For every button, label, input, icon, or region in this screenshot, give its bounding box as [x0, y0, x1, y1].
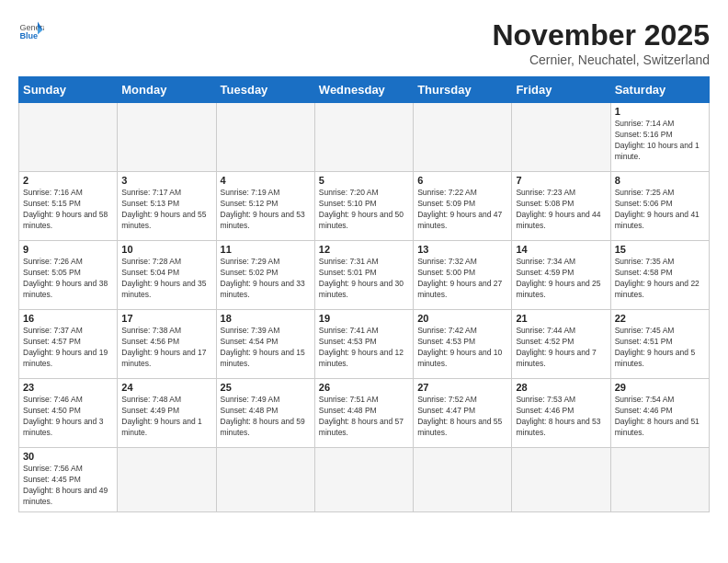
calendar-cell: 5Sunrise: 7:20 AM Sunset: 5:10 PM Daylig… — [314, 172, 413, 241]
calendar-cell: 28Sunrise: 7:53 AM Sunset: 4:46 PM Dayli… — [512, 379, 610, 448]
weekday-header-monday: Monday — [118, 77, 216, 103]
weekday-header-sunday: Sunday — [19, 77, 118, 103]
day-info: Sunrise: 7:38 AM Sunset: 4:56 PM Dayligh… — [121, 326, 211, 370]
day-number: 19 — [319, 313, 409, 324]
calendar-cell — [610, 448, 709, 512]
calendar-cell: 25Sunrise: 7:49 AM Sunset: 4:48 PM Dayli… — [216, 379, 314, 448]
day-info: Sunrise: 7:56 AM Sunset: 4:45 PM Dayligh… — [23, 464, 113, 508]
weekday-header-row: SundayMondayTuesdayWednesdayThursdayFrid… — [19, 77, 710, 103]
page-header: General Blue November 2025 Cernier, Neuc… — [18, 18, 710, 67]
calendar-cell: 6Sunrise: 7:22 AM Sunset: 5:09 PM Daylig… — [414, 172, 512, 241]
calendar-cell: 11Sunrise: 7:29 AM Sunset: 5:02 PM Dayli… — [216, 241, 314, 310]
calendar-cell: 23Sunrise: 7:46 AM Sunset: 4:50 PM Dayli… — [19, 379, 118, 448]
calendar-cell — [414, 103, 512, 172]
day-number: 5 — [319, 175, 409, 186]
day-info: Sunrise: 7:35 AM Sunset: 4:58 PM Dayligh… — [615, 257, 705, 301]
calendar-cell — [314, 103, 413, 172]
day-info: Sunrise: 7:26 AM Sunset: 5:05 PM Dayligh… — [23, 257, 113, 301]
day-info: Sunrise: 7:39 AM Sunset: 4:54 PM Dayligh… — [221, 326, 311, 370]
day-info: Sunrise: 7:41 AM Sunset: 4:53 PM Dayligh… — [319, 326, 409, 370]
day-info: Sunrise: 7:14 AM Sunset: 5:16 PM Dayligh… — [615, 119, 705, 163]
calendar-cell: 12Sunrise: 7:31 AM Sunset: 5:01 PM Dayli… — [314, 241, 413, 310]
day-info: Sunrise: 7:48 AM Sunset: 4:49 PM Dayligh… — [121, 395, 211, 439]
day-info: Sunrise: 7:29 AM Sunset: 5:02 PM Dayligh… — [221, 257, 311, 301]
calendar-cell: 19Sunrise: 7:41 AM Sunset: 4:53 PM Dayli… — [314, 310, 413, 379]
weekday-header-thursday: Thursday — [414, 77, 512, 103]
calendar-cell — [414, 448, 512, 512]
day-number: 23 — [23, 382, 113, 393]
calendar-week-row: 30Sunrise: 7:56 AM Sunset: 4:45 PM Dayli… — [19, 448, 710, 512]
day-number: 25 — [221, 382, 311, 393]
logo-icon: General Blue — [18, 18, 44, 44]
weekday-header-friday: Friday — [512, 77, 610, 103]
calendar-cell — [314, 448, 413, 512]
calendar-cell: 14Sunrise: 7:34 AM Sunset: 4:59 PM Dayli… — [512, 241, 610, 310]
svg-text:Blue: Blue — [19, 31, 38, 40]
day-number: 1 — [615, 106, 705, 117]
calendar-cell: 2Sunrise: 7:16 AM Sunset: 5:15 PM Daylig… — [19, 172, 118, 241]
day-info: Sunrise: 7:45 AM Sunset: 4:51 PM Dayligh… — [615, 326, 705, 370]
day-number: 24 — [121, 382, 211, 393]
day-number: 15 — [615, 244, 705, 255]
day-info: Sunrise: 7:16 AM Sunset: 5:15 PM Dayligh… — [23, 188, 113, 232]
day-number: 4 — [221, 175, 311, 186]
day-number: 18 — [221, 313, 311, 324]
calendar-cell: 16Sunrise: 7:37 AM Sunset: 4:57 PM Dayli… — [19, 310, 118, 379]
day-info: Sunrise: 7:51 AM Sunset: 4:48 PM Dayligh… — [319, 395, 409, 439]
calendar-cell: 21Sunrise: 7:44 AM Sunset: 4:52 PM Dayli… — [512, 310, 610, 379]
calendar-cell: 27Sunrise: 7:52 AM Sunset: 4:47 PM Dayli… — [414, 379, 512, 448]
day-info: Sunrise: 7:23 AM Sunset: 5:08 PM Dayligh… — [516, 188, 606, 232]
day-info: Sunrise: 7:17 AM Sunset: 5:13 PM Dayligh… — [121, 188, 211, 232]
title-section: November 2025 Cernier, Neuchatel, Switze… — [492, 18, 710, 67]
calendar-table: SundayMondayTuesdayWednesdayThursdayFrid… — [18, 76, 710, 512]
day-info: Sunrise: 7:42 AM Sunset: 4:53 PM Dayligh… — [417, 326, 507, 370]
day-number: 2 — [23, 175, 113, 186]
day-number: 7 — [516, 175, 606, 186]
day-info: Sunrise: 7:28 AM Sunset: 5:04 PM Dayligh… — [121, 257, 211, 301]
calendar-cell: 24Sunrise: 7:48 AM Sunset: 4:49 PM Dayli… — [118, 379, 216, 448]
weekday-header-tuesday: Tuesday — [216, 77, 314, 103]
weekday-header-saturday: Saturday — [610, 77, 709, 103]
day-number: 22 — [615, 313, 705, 324]
weekday-header-wednesday: Wednesday — [314, 77, 413, 103]
calendar-cell: 9Sunrise: 7:26 AM Sunset: 5:05 PM Daylig… — [19, 241, 118, 310]
day-number: 17 — [121, 313, 211, 324]
day-number: 29 — [615, 382, 705, 393]
day-info: Sunrise: 7:46 AM Sunset: 4:50 PM Dayligh… — [23, 395, 113, 439]
calendar-cell — [216, 448, 314, 512]
day-number: 21 — [516, 313, 606, 324]
calendar-cell: 13Sunrise: 7:32 AM Sunset: 5:00 PM Dayli… — [414, 241, 512, 310]
calendar-cell: 8Sunrise: 7:25 AM Sunset: 5:06 PM Daylig… — [610, 172, 709, 241]
day-number: 16 — [23, 313, 113, 324]
calendar-cell — [118, 103, 216, 172]
day-number: 11 — [221, 244, 311, 255]
calendar-cell — [512, 103, 610, 172]
calendar-cell: 26Sunrise: 7:51 AM Sunset: 4:48 PM Dayli… — [314, 379, 413, 448]
day-info: Sunrise: 7:54 AM Sunset: 4:46 PM Dayligh… — [615, 395, 705, 439]
day-info: Sunrise: 7:20 AM Sunset: 5:10 PM Dayligh… — [319, 188, 409, 232]
day-info: Sunrise: 7:25 AM Sunset: 5:06 PM Dayligh… — [615, 188, 705, 232]
calendar-cell: 20Sunrise: 7:42 AM Sunset: 4:53 PM Dayli… — [414, 310, 512, 379]
day-info: Sunrise: 7:44 AM Sunset: 4:52 PM Dayligh… — [516, 326, 606, 370]
day-number: 6 — [417, 175, 507, 186]
calendar-cell: 22Sunrise: 7:45 AM Sunset: 4:51 PM Dayli… — [610, 310, 709, 379]
calendar-cell — [19, 103, 118, 172]
month-title: November 2025 — [492, 18, 710, 52]
day-number: 3 — [121, 175, 211, 186]
day-info: Sunrise: 7:52 AM Sunset: 4:47 PM Dayligh… — [417, 395, 507, 439]
day-number: 8 — [615, 175, 705, 186]
day-number: 26 — [319, 382, 409, 393]
calendar-cell: 1Sunrise: 7:14 AM Sunset: 5:16 PM Daylig… — [610, 103, 709, 172]
day-number: 9 — [23, 244, 113, 255]
day-info: Sunrise: 7:32 AM Sunset: 5:00 PM Dayligh… — [417, 257, 507, 301]
calendar-cell — [512, 448, 610, 512]
calendar-cell: 10Sunrise: 7:28 AM Sunset: 5:04 PM Dayli… — [118, 241, 216, 310]
calendar-cell: 7Sunrise: 7:23 AM Sunset: 5:08 PM Daylig… — [512, 172, 610, 241]
logo: General Blue — [18, 18, 44, 44]
day-info: Sunrise: 7:19 AM Sunset: 5:12 PM Dayligh… — [221, 188, 311, 232]
day-number: 12 — [319, 244, 409, 255]
day-info: Sunrise: 7:22 AM Sunset: 5:09 PM Dayligh… — [417, 188, 507, 232]
calendar-cell: 18Sunrise: 7:39 AM Sunset: 4:54 PM Dayli… — [216, 310, 314, 379]
subtitle: Cernier, Neuchatel, Switzerland — [492, 52, 710, 67]
day-info: Sunrise: 7:53 AM Sunset: 4:46 PM Dayligh… — [516, 395, 606, 439]
